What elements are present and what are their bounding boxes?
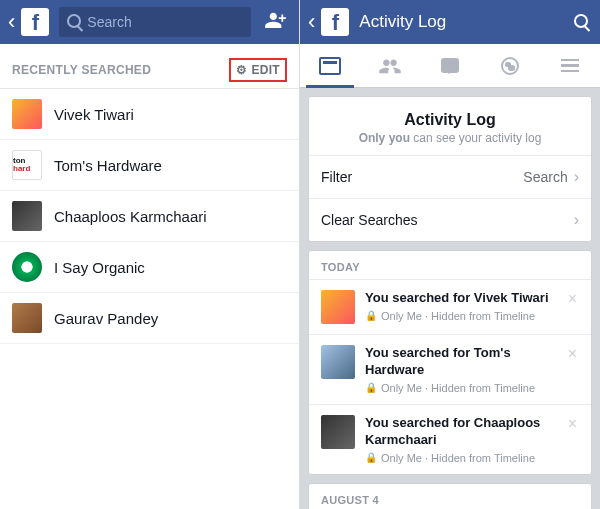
list-item[interactable]: Vivek Tiwari xyxy=(0,89,299,140)
right-topbar: ‹ f Activity Log xyxy=(300,0,600,44)
edit-label: EDIT xyxy=(251,63,280,77)
left-topbar: ‹ f Search xyxy=(0,0,299,44)
dismiss-icon[interactable]: × xyxy=(566,345,579,363)
card-subtitle: Only you can see your activity log xyxy=(317,131,583,145)
facebook-logo[interactable]: f xyxy=(321,8,349,36)
filter-row[interactable]: Filter Search› xyxy=(309,155,591,198)
back-icon[interactable]: ‹ xyxy=(4,9,19,35)
tab-messages[interactable] xyxy=(420,44,480,87)
filter-label: Filter xyxy=(321,169,352,185)
tab-more[interactable] xyxy=(540,44,600,87)
avatar: tonhard xyxy=(12,150,42,180)
avatar xyxy=(12,252,42,282)
avatar xyxy=(12,201,42,231)
search-input[interactable]: Search xyxy=(59,7,251,37)
back-icon[interactable]: ‹ xyxy=(304,9,319,35)
page-title: Activity Log xyxy=(359,12,566,32)
list-item-label: Vivek Tiwari xyxy=(54,106,134,123)
newsfeed-icon xyxy=(319,57,341,75)
list-item[interactable]: Gaurav Pandey xyxy=(0,293,299,344)
tab-friends[interactable] xyxy=(360,44,420,87)
log-text: You searched for Tom's Hardware 🔒Only Me… xyxy=(365,345,566,394)
lock-icon: 🔒 xyxy=(365,310,377,321)
avatar xyxy=(12,303,42,333)
tab-newsfeed[interactable] xyxy=(300,44,360,87)
friends-icon xyxy=(379,57,401,75)
log-text: You searched for Chaaploos Karmchaari 🔒O… xyxy=(365,415,566,464)
activity-scroll[interactable]: Activity Log Only you can see your activ… xyxy=(300,88,600,509)
list-item-label: Chaaploos Karmchaari xyxy=(54,208,207,225)
list-item-label: Tom's Hardware xyxy=(54,157,162,174)
avatar xyxy=(12,99,42,129)
hamburger-icon xyxy=(561,59,579,73)
recent-section-header: RECENTLY SEARCHED ⚙ EDIT xyxy=(0,44,299,88)
search-panel: ‹ f Search RECENTLY SEARCHED ⚙ EDIT Vive… xyxy=(0,0,300,509)
search-placeholder: Search xyxy=(87,14,131,30)
log-item[interactable]: You searched for Vivek Tiwari 🔒Only Me ·… xyxy=(309,279,591,334)
lock-icon: 🔒 xyxy=(365,382,377,393)
tab-notifications[interactable] xyxy=(480,44,540,87)
log-group-aug4: AUGUST 4 You searched for I Say Organic … xyxy=(308,483,592,509)
card-header: Activity Log Only you can see your activ… xyxy=(309,97,591,155)
chevron-right-icon: › xyxy=(574,211,579,229)
dismiss-icon[interactable]: × xyxy=(566,290,579,308)
globe-icon xyxy=(501,57,519,75)
filter-value-wrap: Search› xyxy=(523,168,579,186)
list-item-label: I Say Organic xyxy=(54,259,145,276)
clear-label: Clear Searches xyxy=(321,212,418,228)
edit-button[interactable]: ⚙ EDIT xyxy=(229,58,287,82)
add-friend-icon[interactable] xyxy=(257,11,295,34)
chevron-right-icon: › xyxy=(574,168,579,185)
group-label: AUGUST 4 xyxy=(309,484,591,509)
dismiss-icon[interactable]: × xyxy=(566,415,579,433)
facebook-logo[interactable]: f xyxy=(21,8,49,36)
avatar xyxy=(321,290,355,324)
avatar xyxy=(321,415,355,449)
log-item[interactable]: You searched for Tom's Hardware 🔒Only Me… xyxy=(309,334,591,404)
list-item-label: Gaurav Pandey xyxy=(54,310,158,327)
tab-bar xyxy=(300,44,600,88)
card-title: Activity Log xyxy=(317,111,583,129)
clear-searches-row[interactable]: Clear Searches › xyxy=(309,198,591,241)
group-label: TODAY xyxy=(309,251,591,279)
list-item[interactable]: tonhard Tom's Hardware xyxy=(0,140,299,191)
avatar xyxy=(321,345,355,379)
gear-icon: ⚙ xyxy=(236,63,247,77)
lock-icon: 🔒 xyxy=(365,452,377,463)
list-item[interactable]: I Say Organic xyxy=(0,242,299,293)
log-item[interactable]: You searched for Chaaploos Karmchaari 🔒O… xyxy=(309,404,591,474)
recent-list: Vivek Tiwari tonhard Tom's Hardware Chaa… xyxy=(0,89,299,344)
search-icon xyxy=(67,14,81,31)
log-text: You searched for Vivek Tiwari 🔒Only Me ·… xyxy=(365,290,566,322)
log-group-today: TODAY You searched for Vivek Tiwari 🔒Onl… xyxy=(308,250,592,475)
list-item[interactable]: Chaaploos Karmchaari xyxy=(0,191,299,242)
recent-section-title: RECENTLY SEARCHED xyxy=(12,63,151,77)
chat-icon xyxy=(441,58,459,73)
activity-log-panel: ‹ f Activity Log Activity Log Only you c… xyxy=(300,0,600,509)
activity-summary-card: Activity Log Only you can see your activ… xyxy=(308,96,592,242)
search-icon[interactable] xyxy=(566,12,596,33)
